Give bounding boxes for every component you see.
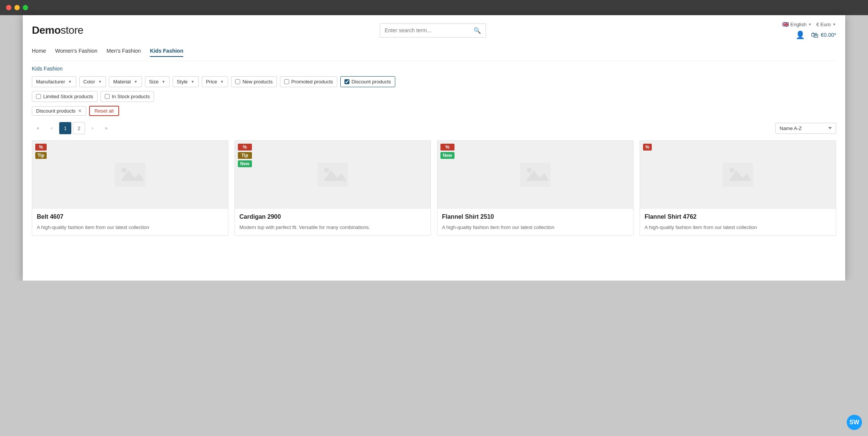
remove-filter-icon[interactable]: ✕ [78,108,82,114]
product-image-3: % New [437,141,633,209]
filter-size[interactable]: Size ▼ [145,76,170,87]
page-last-button[interactable]: » [100,122,112,134]
filter-discount-label: Discount products [352,79,391,85]
chrome-bar [0,0,868,15]
page-prev-button[interactable]: ‹ [46,122,58,134]
minimize-dot[interactable] [14,5,20,10]
active-filter-tag-label: Discount products [36,108,75,114]
product-card-1[interactable]: % Tip Belt 4607 A high-quality fashion i… [32,140,228,236]
filter-size-label: Size [149,79,159,85]
new-badge-2: New [238,160,252,167]
product-placeholder-2 [235,141,431,209]
lang-currency: 🇬🇧 English ▼ € Euro ▼ [782,21,836,27]
product-desc-2: Modern top with perfect fit. Versatile f… [239,224,426,231]
cart-icon: 🛍 [811,31,819,39]
product-image-2: % Tip New [235,141,431,209]
lang-chevron-icon: ▼ [808,22,812,27]
svg-point-8 [527,168,532,173]
tip-badge-1: Tip [35,152,47,159]
page-2-button[interactable]: 2 [73,122,85,134]
filter-row-1: Manufacturer ▼ Color ▼ Material ▼ Size ▼… [32,76,836,87]
filter-promoted-label: Promoted products [291,79,333,85]
discount-badge-2: % [238,144,252,151]
main-content: Manufacturer ▼ Color ▼ Material ▼ Size ▼… [23,76,845,245]
filter-style[interactable]: Style ▼ [173,76,199,87]
nav-item-kids[interactable]: Kids Fashion [150,48,183,57]
flag-icon: 🇬🇧 [782,21,789,27]
svg-point-11 [730,168,734,173]
breadcrumb-link[interactable]: Kids Fashion [32,66,63,72]
filter-limited-checkbox[interactable] [36,94,41,99]
product-image-4: % [640,141,836,209]
search-button[interactable]: 🔍 [469,24,486,37]
breadcrumb: Kids Fashion [23,61,845,76]
product-desc-3: A high-quality fashion item from our lat… [442,224,629,231]
discount-badge-3: % [440,144,454,151]
product-name-2: Cardigan 2900 [239,213,426,220]
nav-item-mens[interactable]: Men's Fashion [107,48,141,57]
nav-item-womens[interactable]: Women's Fashion [55,48,97,57]
filter-manufacturer[interactable]: Manufacturer ▼ [32,76,76,87]
filter-limited-stock[interactable]: Limited Stock products [32,91,97,102]
currency-selector[interactable]: € Euro ▼ [816,22,836,27]
sort-select[interactable]: Name A-Z Name Z-A Price ascending Price … [775,123,836,134]
site-header: Demostore 🔍 🇬🇧 English ▼ € Euro ▼ [23,15,845,61]
active-filter-tag[interactable]: Discount products ✕ [32,106,86,116]
filter-row-2: Limited Stock products In Stock products [32,91,836,102]
pagination: « ‹ 1 2 › » [32,122,112,134]
language-label: English [790,22,807,27]
product-card-4[interactable]: % Flannel Shirt 4762 A high-quality fash… [640,140,836,236]
product-badges-2: % Tip New [238,144,252,167]
user-button[interactable]: 👤 [796,30,805,39]
filter-price-label: Price [206,79,217,85]
filter-discount-products[interactable]: Discount products [340,76,395,87]
nav-item-home[interactable]: Home [32,48,46,57]
site-logo[interactable]: Demostore [32,24,83,36]
manufacturer-chevron-icon: ▼ [68,80,72,84]
language-selector[interactable]: 🇬🇧 English ▼ [782,21,812,27]
filter-promoted-checkbox[interactable] [284,79,289,84]
product-placeholder-3 [437,141,633,209]
product-info-3: Flannel Shirt 2510 A high-quality fashio… [437,209,633,235]
svg-point-5 [324,168,329,173]
product-name-4: Flannel Shirt 4762 [645,213,831,220]
filter-manufacturer-label: Manufacturer [36,79,65,85]
product-badges-1: % Tip [35,144,47,159]
product-card-2[interactable]: % Tip New Cardigan 2900 Modern top with … [234,140,431,236]
product-name-3: Flannel Shirt 2510 [442,213,629,220]
search-input[interactable] [380,24,469,36]
svg-point-2 [122,168,127,173]
product-info-2: Cardigan 2900 Modern top with perfect fi… [235,209,431,235]
logo-bold: Demo [32,24,61,36]
page-1-button[interactable]: 1 [59,122,71,134]
product-placeholder-4 [640,141,836,209]
page-next-button[interactable]: › [86,122,99,134]
filter-material[interactable]: Material ▼ [109,76,142,87]
header-top: Demostore 🔍 🇬🇧 English ▼ € Euro ▼ [32,21,836,39]
close-dot[interactable] [6,5,11,10]
filter-new-checkbox[interactable] [235,79,240,84]
header-actions: 👤 🛍 €0.00* [796,30,836,39]
filter-new-products[interactable]: New products [231,76,277,87]
filter-color[interactable]: Color ▼ [79,76,106,87]
discount-badge-1: % [35,144,47,151]
filter-price[interactable]: Price ▼ [202,76,228,87]
browser-window: Demostore 🔍 🇬🇧 English ▼ € Euro ▼ [23,15,845,281]
pagination-sort-row: « ‹ 1 2 › » Name A-Z Name Z-A Price asce… [32,122,836,134]
filter-discount-checkbox[interactable] [344,79,349,84]
cart-button[interactable]: 🛍 €0.00* [811,31,836,39]
maximize-dot[interactable] [23,5,28,10]
filter-instock-checkbox[interactable] [105,94,110,99]
reset-all-button[interactable]: Reset all [89,106,119,116]
page-first-button[interactable]: « [32,122,44,134]
filter-promoted-products[interactable]: Promoted products [280,76,337,87]
active-filters: Discount products ✕ Reset all [32,106,836,116]
filter-limited-label: Limited Stock products [43,94,93,99]
cart-total: €0.00* [821,32,836,38]
discount-badge-4: % [643,144,652,151]
size-chevron-icon: ▼ [162,80,165,84]
product-card-3[interactable]: % New Flannel Shirt 2510 A high-quality … [437,140,634,236]
filter-style-label: Style [177,79,188,85]
product-placeholder-1 [32,141,228,209]
filter-in-stock[interactable]: In Stock products [101,91,154,102]
